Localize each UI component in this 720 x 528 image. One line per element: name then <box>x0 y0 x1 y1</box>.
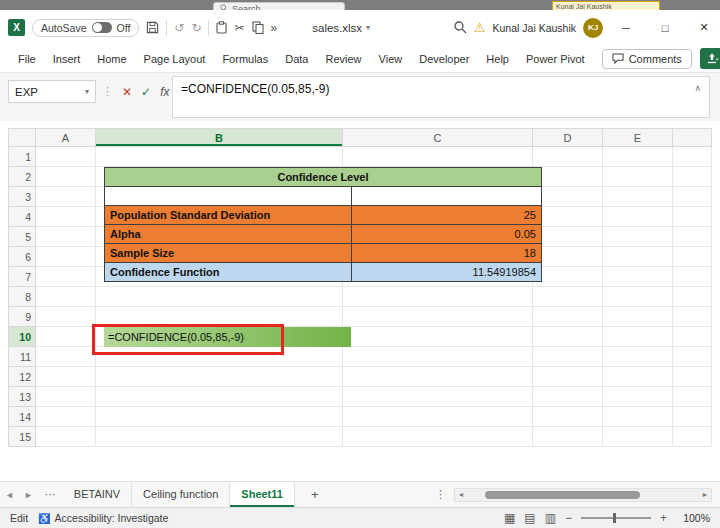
warning-icon[interactable]: ⚠ <box>474 20 486 35</box>
cell[interactable] <box>533 287 603 307</box>
cell[interactable] <box>96 387 343 407</box>
cell[interactable] <box>603 327 673 347</box>
row-header-8[interactable]: 8 <box>8 287 36 307</box>
cell[interactable] <box>96 287 343 307</box>
cell[interactable] <box>36 207 96 227</box>
cell[interactable] <box>603 207 673 227</box>
cell[interactable] <box>96 427 343 447</box>
cell[interactable] <box>673 307 712 327</box>
row-header-9[interactable]: 9 <box>8 307 36 327</box>
cell[interactable] <box>603 427 673 447</box>
cell[interactable] <box>36 147 96 167</box>
cell[interactable] <box>603 147 673 167</box>
page-break-view-icon[interactable]: ▥ <box>545 511 556 525</box>
cell[interactable] <box>673 147 712 167</box>
row-header-15[interactable]: 15 <box>8 427 36 447</box>
cell[interactable] <box>533 367 603 387</box>
cell-b7[interactable]: Confidence Function <box>105 263 352 282</box>
overflow-chevron-icon[interactable]: » <box>271 22 278 34</box>
row-header-12[interactable]: 12 <box>8 367 36 387</box>
cell[interactable] <box>673 367 712 387</box>
search-icon[interactable] <box>454 21 467 34</box>
cell[interactable] <box>533 327 603 347</box>
row-header-2[interactable]: 2 <box>8 167 36 187</box>
cell-b5[interactable]: Alpha <box>105 225 352 244</box>
cell[interactable] <box>36 327 96 347</box>
excel-app-icon[interactable]: X <box>8 19 25 36</box>
cell[interactable] <box>343 407 533 427</box>
row-header-5[interactable]: 5 <box>8 227 36 247</box>
ribbon-tab-developer[interactable]: Developer <box>419 53 469 65</box>
cell-b4[interactable]: Population Standard Deviation <box>105 206 352 225</box>
sheet-nav-right-icon[interactable]: ► <box>19 490 38 500</box>
ribbon-tab-home[interactable]: Home <box>97 53 126 65</box>
ribbon-tab-formulas[interactable]: Formulas <box>222 53 268 65</box>
cell-c5[interactable]: 0.05 <box>352 225 542 244</box>
cell[interactable] <box>36 187 96 207</box>
insert-function-icon[interactable]: fx <box>160 85 169 99</box>
cell[interactable] <box>603 347 673 367</box>
cell[interactable] <box>96 367 343 387</box>
cell-c3[interactable] <box>352 187 542 206</box>
sheet-list-icon[interactable]: ⋯ <box>38 488 63 501</box>
cell[interactable] <box>673 387 712 407</box>
cell[interactable] <box>533 247 603 267</box>
cell[interactable] <box>36 347 96 367</box>
select-all-corner[interactable] <box>8 128 36 147</box>
confirm-entry-icon[interactable]: ✓ <box>141 85 151 99</box>
row-header-3[interactable]: 3 <box>8 187 36 207</box>
column-header-d[interactable]: D <box>533 128 603 147</box>
cell[interactable] <box>673 327 712 347</box>
column-header-c[interactable]: C <box>343 128 533 147</box>
maximize-button[interactable]: □ <box>649 10 681 45</box>
cell[interactable] <box>533 167 603 187</box>
cell[interactable] <box>673 287 712 307</box>
zoom-in-icon[interactable]: + <box>660 511 667 525</box>
zoom-slider-thumb[interactable] <box>613 513 616 523</box>
cell[interactable] <box>603 307 673 327</box>
undo-icon[interactable]: ↺ <box>174 22 184 34</box>
cell[interactable] <box>36 267 96 287</box>
splitter-handle-icon[interactable]: ⋮ <box>427 488 454 501</box>
sheet-tab-betainv[interactable]: BETAINV <box>63 482 132 507</box>
sheet-nav-left-icon[interactable]: ◄ <box>0 490 19 500</box>
cell-c7[interactable]: 11.54919854 <box>352 263 542 282</box>
comments-button[interactable]: Comments <box>602 49 692 69</box>
ribbon-tab-data[interactable]: Data <box>285 53 308 65</box>
cell[interactable] <box>673 207 712 227</box>
cell[interactable] <box>96 407 343 427</box>
new-sheet-button[interactable]: + <box>311 487 319 502</box>
cell[interactable] <box>36 407 96 427</box>
cell[interactable] <box>603 247 673 267</box>
share-button[interactable] <box>700 48 720 69</box>
row-header-1[interactable]: 1 <box>8 147 36 167</box>
cell-c4[interactable]: 25 <box>352 206 542 225</box>
cell[interactable] <box>533 307 603 327</box>
row-header-4[interactable]: 4 <box>8 207 36 227</box>
ribbon-tab-view[interactable]: View <box>379 53 403 65</box>
page-layout-view-icon[interactable]: ▤ <box>524 511 535 525</box>
cell[interactable] <box>36 367 96 387</box>
cell[interactable] <box>673 167 712 187</box>
row-header-11[interactable]: 11 <box>8 347 36 367</box>
chevron-down-icon[interactable]: ▾ <box>85 87 89 96</box>
cut-icon[interactable]: ✂ <box>234 22 244 34</box>
redo-icon[interactable]: ↻ <box>191 22 201 34</box>
cell[interactable] <box>36 307 96 327</box>
scroll-left-icon[interactable]: ◄ <box>455 491 467 498</box>
cell[interactable] <box>603 287 673 307</box>
column-header-e[interactable]: E <box>603 128 673 147</box>
cell[interactable] <box>36 167 96 187</box>
cancel-entry-icon[interactable]: ✕ <box>122 85 132 99</box>
zoom-out-icon[interactable]: − <box>565 511 572 525</box>
cell[interactable] <box>36 287 96 307</box>
zoom-level[interactable]: 100% <box>676 512 710 524</box>
ribbon-tab-help[interactable]: Help <box>486 53 509 65</box>
cell[interactable] <box>603 367 673 387</box>
ribbon-tab-review[interactable]: Review <box>325 53 361 65</box>
cell[interactable] <box>673 427 712 447</box>
clipboard-icon[interactable] <box>216 21 227 34</box>
table-title-cell[interactable]: Confidence Level <box>105 168 542 187</box>
row-header-13[interactable]: 13 <box>8 387 36 407</box>
cell[interactable] <box>36 427 96 447</box>
